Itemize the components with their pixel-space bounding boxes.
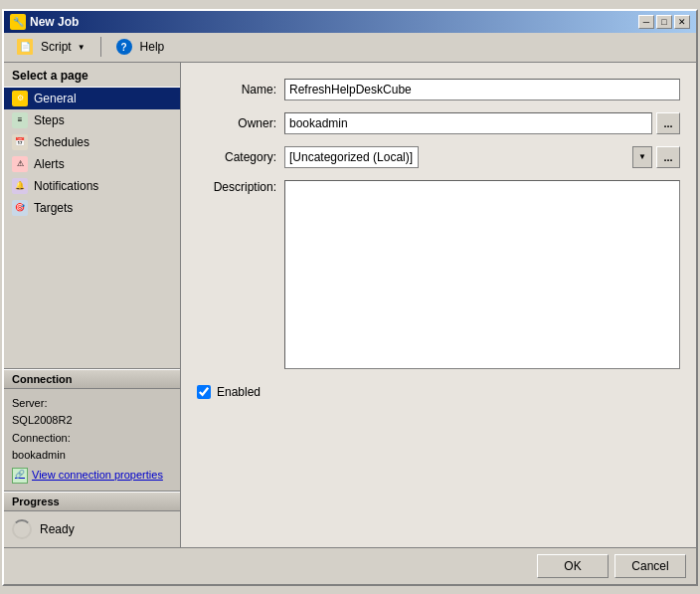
sidebar-item-alerts[interactable]: ⚠ Alerts xyxy=(4,153,180,175)
notifications-icon: 🔔 xyxy=(12,178,28,194)
category-ellipsis-button[interactable]: ... xyxy=(656,146,680,168)
dropdown-arrow-icon: ▼ xyxy=(632,146,652,168)
description-label: Description: xyxy=(197,180,276,194)
category-dropdown-wrapper: [Uncategorized (Local)] ▼ xyxy=(284,146,652,168)
sidebar-item-targets[interactable]: 🎯 Targets xyxy=(4,197,180,219)
link-icon: 🔗 xyxy=(12,468,28,484)
help-icon: ? xyxy=(116,39,132,55)
name-row: Name: xyxy=(197,79,680,100)
titlebar-left: 🔧 New Job xyxy=(10,14,79,30)
owner-row: Owner: ... xyxy=(197,112,680,134)
sidebar-label-steps: Steps xyxy=(34,113,65,127)
progress-header: Progress xyxy=(4,492,180,511)
sidebar-item-schedules[interactable]: 📅 Schedules xyxy=(4,131,180,153)
name-field xyxy=(284,79,680,100)
sidebar-item-notifications[interactable]: 🔔 Notifications xyxy=(4,175,180,197)
window-title: New Job xyxy=(30,15,79,29)
sidebar-label-targets: Targets xyxy=(34,201,73,215)
sidebar-label-general: General xyxy=(34,92,77,105)
window-icon: 🔧 xyxy=(10,14,26,30)
name-input[interactable] xyxy=(284,79,680,100)
sidebar-label-alerts: Alerts xyxy=(34,157,65,171)
titlebar: 🔧 New Job ─ □ ✕ xyxy=(4,11,696,33)
description-textarea[interactable] xyxy=(284,180,680,369)
script-button[interactable]: 📄 Script ▼ xyxy=(10,36,92,58)
enabled-checkbox[interactable] xyxy=(197,385,211,399)
connection-section: Connection Server: SQL2008R2 Connection:… xyxy=(4,368,180,491)
sidebar-label-notifications: Notifications xyxy=(34,179,98,193)
owner-input[interactable] xyxy=(284,112,652,134)
sidebar-label-schedules: Schedules xyxy=(34,135,89,149)
owner-field: ... xyxy=(284,112,680,134)
steps-icon: ≡ xyxy=(12,112,28,128)
script-label: Script xyxy=(41,40,72,54)
server-value: SQL2008R2 xyxy=(12,412,172,430)
view-link-text: View connection properties xyxy=(32,467,163,485)
ok-button[interactable]: OK xyxy=(537,554,609,578)
main-panel: Name: Owner: ... Category: xyxy=(181,63,696,547)
sidebar: Select a page ⚙ General ≡ Steps 📅 Schedu… xyxy=(4,63,181,547)
sidebar-item-general[interactable]: ⚙ General xyxy=(4,88,180,109)
schedules-icon: 📅 xyxy=(12,134,28,150)
maximize-button[interactable]: □ xyxy=(656,15,672,29)
cancel-button[interactable]: Cancel xyxy=(614,554,686,578)
main-window: 🔧 New Job ─ □ ✕ 📄 Script ▼ ? Help Select… xyxy=(2,9,698,586)
targets-icon: 🎯 xyxy=(12,200,28,216)
server-label: Server: xyxy=(12,395,172,413)
progress-spinner xyxy=(12,519,32,539)
connection-label: Connection: xyxy=(12,430,172,448)
toolbar-separator xyxy=(100,37,101,57)
minimize-button[interactable]: ─ xyxy=(638,15,654,29)
view-connection-link[interactable]: 🔗 View connection properties xyxy=(12,467,172,485)
owner-ellipsis-button[interactable]: ... xyxy=(656,112,680,134)
help-button[interactable]: ? Help xyxy=(109,36,172,58)
titlebar-controls: ─ □ ✕ xyxy=(638,15,690,29)
connection-value: bookadmin xyxy=(12,447,172,465)
description-row: Description: xyxy=(197,180,680,369)
sidebar-header: Select a page xyxy=(4,63,180,88)
general-icon: ⚙ xyxy=(12,91,28,106)
content-area: Select a page ⚙ General ≡ Steps 📅 Schedu… xyxy=(4,63,696,547)
toolbar: 📄 Script ▼ ? Help xyxy=(4,33,696,63)
enabled-label: Enabled xyxy=(217,385,261,399)
name-label: Name: xyxy=(197,83,276,97)
category-dropdown[interactable]: [Uncategorized (Local)] xyxy=(284,146,419,168)
owner-label: Owner: xyxy=(197,116,276,130)
category-label: Category: xyxy=(197,150,276,164)
script-icon: 📄 xyxy=(17,39,33,55)
connection-content: Server: SQL2008R2 Connection: bookadmin … xyxy=(4,389,180,491)
connection-header: Connection xyxy=(4,369,180,389)
progress-status: Ready xyxy=(40,522,75,536)
category-field: [Uncategorized (Local)] ▼ ... xyxy=(284,146,680,168)
progress-section: Progress Ready xyxy=(4,491,180,547)
category-row: Category: [Uncategorized (Local)] ▼ ... xyxy=(197,146,680,168)
bottom-bar: OK Cancel xyxy=(4,547,696,584)
alerts-icon: ⚠ xyxy=(12,156,28,172)
sidebar-item-steps[interactable]: ≡ Steps xyxy=(4,109,180,131)
enabled-row: Enabled xyxy=(197,385,680,399)
sidebar-items: ⚙ General ≡ Steps 📅 Schedules ⚠ Alerts 🔔 xyxy=(4,88,180,368)
help-label: Help xyxy=(140,40,165,54)
close-button[interactable]: ✕ xyxy=(674,15,690,29)
chevron-down-icon: ▼ xyxy=(78,43,86,52)
progress-content: Ready xyxy=(4,511,180,547)
